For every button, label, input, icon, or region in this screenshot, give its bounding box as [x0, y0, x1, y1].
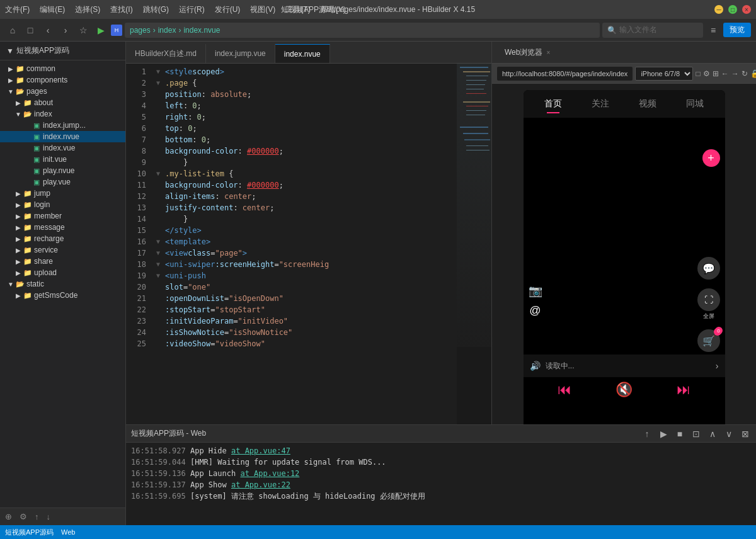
search-box[interactable]: 🔍 输入文件名: [602, 23, 703, 38]
tab-index-nvue[interactable]: index.nvue: [275, 44, 330, 63]
tree-item-service[interactable]: ▶ 📁 service: [0, 244, 125, 256]
menu-publish[interactable]: 发行(U): [215, 4, 241, 15]
fullscreen-button[interactable]: ⛶ 全屏: [697, 288, 720, 321]
log-link-4[interactable]: at App.vue:22: [231, 480, 290, 489]
mute-button[interactable]: 🔇: [616, 382, 633, 398]
chevron-down-icon[interactable]: ∨: [723, 429, 735, 439]
log-text-1: App Hide: [190, 446, 231, 455]
menu-select[interactable]: 选择(S): [75, 4, 100, 15]
sidebar-icon-3[interactable]: ↑: [35, 512, 39, 521]
collapse-icon[interactable]: ▼: [6, 47, 14, 55]
code-line-9: }: [151, 157, 457, 168]
arrow-icon: ▶: [6, 65, 15, 72]
play-icon[interactable]: ▶: [658, 429, 669, 439]
tree-item-upload[interactable]: ▶ 📁 upload: [0, 267, 125, 278]
sidebar-icon-2[interactable]: ⚙: [20, 512, 27, 521]
menu-edit[interactable]: 编辑(E): [40, 4, 65, 15]
log-link-1[interactable]: at App.vue:47: [231, 446, 290, 455]
menu-view[interactable]: 视图(V): [250, 4, 275, 15]
close-button[interactable]: ×: [742, 5, 751, 14]
code-line-1: ▼<style scoped>: [151, 66, 457, 77]
tree-item-play-nvue[interactable]: ▣ play.nvue: [0, 165, 125, 176]
web-browser-tab[interactable]: Web浏览器 ×: [497, 43, 558, 62]
reading-arrow-icon[interactable]: ›: [716, 361, 719, 371]
folder-icon: 📁: [23, 201, 33, 209]
upload-icon[interactable]: ↑: [641, 429, 653, 439]
menu-find[interactable]: 查找(I): [110, 4, 132, 15]
nav-follow[interactable]: 关注: [587, 96, 614, 112]
clear-icon[interactable]: ⊡: [690, 429, 702, 439]
new-file-button[interactable]: □: [23, 23, 38, 38]
tree-item-components[interactable]: ▶ 📁 components: [0, 74, 125, 86]
camera-icon[interactable]: 📷: [529, 284, 542, 298]
tree-item-jump[interactable]: ▶ 📁 jump: [0, 188, 125, 199]
web-tab-close[interactable]: ×: [546, 49, 550, 56]
chat-button[interactable]: 💬: [697, 257, 720, 280]
tree-item-login[interactable]: ▶ 📁 login: [0, 199, 125, 210]
tree-item-index[interactable]: ▼ 📂 index: [0, 108, 125, 120]
filter-icon[interactable]: ≡: [706, 23, 721, 38]
code-line-21: :openDownList="isOpenDown": [151, 293, 457, 304]
close-panel-icon[interactable]: ⊠: [740, 429, 751, 439]
preview-button[interactable]: 预览: [723, 23, 751, 37]
back-nav-button[interactable]: ←: [721, 67, 729, 80]
tree-item-index-nvue[interactable]: ▣ index.nvue: [0, 131, 125, 142]
forward-nav-button[interactable]: →: [731, 67, 739, 80]
log-link-3[interactable]: at App.vue:12: [240, 469, 299, 478]
url-bar[interactable]: http://localhost:8080/#/pages/index/inde…: [497, 67, 633, 81]
at-icon[interactable]: @: [529, 304, 541, 317]
tree-label: init.vue: [43, 155, 125, 164]
breadcrumb-pages[interactable]: pages: [130, 26, 151, 35]
tab-index-jump-vue[interactable]: index.jump.vue: [206, 44, 275, 63]
menu-run[interactable]: 运行(R): [179, 4, 205, 15]
code-text[interactable]: ▼<style scoped> ▼ .page { position: abso…: [151, 64, 457, 424]
forward-button[interactable]: ›: [58, 23, 73, 38]
code-line-24: :isShowNotice="isShowNotice": [151, 327, 457, 338]
bookmark-button[interactable]: ☆: [76, 23, 91, 38]
tree-item-static[interactable]: ▼ 📂 static: [0, 278, 125, 290]
tab-hbuilder-md[interactable]: HBuilderX自述.md: [126, 44, 206, 63]
tree-item-index-vue[interactable]: ▣ index.vue: [0, 142, 125, 154]
tree-item-recharge[interactable]: ▶ 📁 recharge: [0, 233, 125, 244]
nav-nearby[interactable]: 同城: [681, 96, 709, 112]
tree-item-init-vue[interactable]: ▣ init.vue: [0, 154, 125, 165]
tree-item-play-vue[interactable]: ▣ play.vue: [0, 176, 125, 188]
menu-file[interactable]: 文件(F): [5, 4, 30, 15]
sidebar-icon-1[interactable]: ⊕: [5, 512, 12, 521]
home-button[interactable]: ⌂: [5, 23, 20, 38]
device-selector[interactable]: iPhone 6/7/8: [635, 67, 693, 81]
screenshot-button[interactable]: □: [696, 67, 700, 80]
cart-button[interactable]: 🛒 0: [697, 329, 720, 352]
code-line-18: ▼ <uni-swiper :screenHeight="screenHeig: [151, 259, 457, 270]
sidebar-icon-4[interactable]: ↓: [47, 512, 51, 521]
settings-icon[interactable]: ⚙: [703, 67, 710, 80]
stop-icon[interactable]: ■: [674, 429, 685, 439]
tree-item-share[interactable]: ▶ 📁 share: [0, 256, 125, 267]
menu-jump[interactable]: 跳转(G): [143, 4, 169, 15]
plus-button[interactable]: +: [702, 149, 720, 167]
tree-item-common[interactable]: ▶ 📁 common: [0, 63, 125, 74]
back-button[interactable]: ‹: [40, 23, 55, 38]
chevron-up-icon[interactable]: ∧: [707, 429, 718, 439]
refresh-button[interactable]: ↻: [742, 67, 748, 80]
prev-button[interactable]: ⏮: [558, 382, 571, 398]
breadcrumb-index[interactable]: index: [158, 26, 176, 35]
tree-item-message[interactable]: ▶ 📁 message: [0, 222, 125, 233]
nav-video[interactable]: 视频: [634, 96, 662, 112]
tree-item-getsms[interactable]: ▶ 📁 getSmsCode: [0, 290, 125, 301]
tree-item-member[interactable]: ▶ 📁 member: [0, 210, 125, 222]
tree-item-pages[interactable]: ▼ 📂 pages: [0, 86, 125, 97]
next-button[interactable]: ⏭: [677, 382, 690, 398]
maximize-button[interactable]: □: [728, 5, 737, 14]
share-icon[interactable]: ⊞: [713, 67, 719, 80]
tree-item-index-jump-vue[interactable]: ▣ index.jump...: [0, 120, 125, 131]
minimize-button[interactable]: ─: [714, 5, 723, 14]
arrow-icon: ▶: [14, 99, 23, 106]
breadcrumb-file[interactable]: index.nvue: [183, 26, 220, 35]
tree-label: index: [34, 110, 125, 118]
folder-icon: 📁: [23, 224, 33, 232]
nav-home[interactable]: 首页: [539, 96, 567, 112]
tree-item-about[interactable]: ▶ 📁 about: [0, 97, 125, 108]
web-preview-toolbar: http://localhost:8080/#/pages/index/inde…: [492, 64, 756, 84]
run-button[interactable]: ▶: [93, 23, 108, 38]
